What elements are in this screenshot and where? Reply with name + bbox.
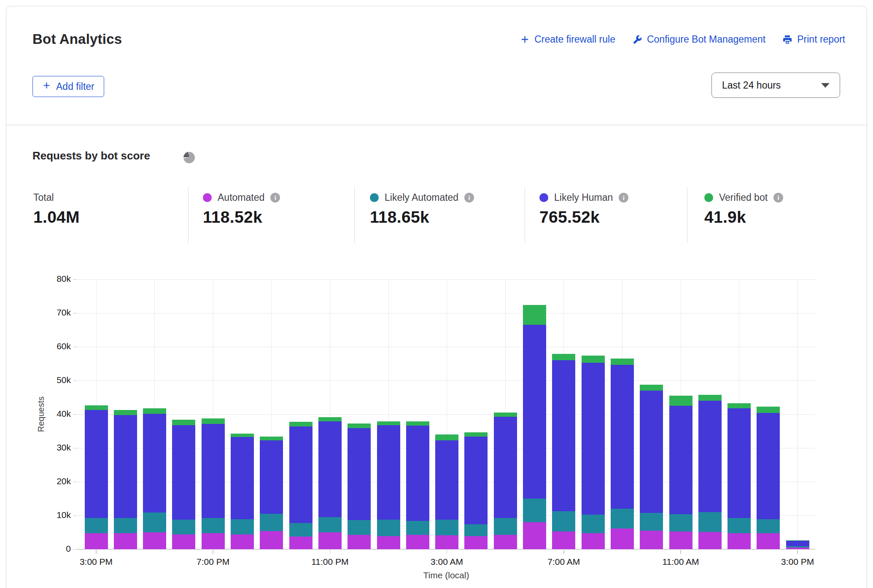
bar-segment-automated bbox=[464, 536, 488, 549]
bar-segment-likely-human bbox=[435, 440, 458, 520]
bar-7-00-am[interactable] bbox=[552, 354, 575, 549]
bar-segment-verified-bot bbox=[85, 405, 108, 410]
bar-segment-automated bbox=[757, 533, 780, 549]
gridline bbox=[77, 279, 815, 280]
bar-5-00-am[interactable] bbox=[494, 413, 517, 549]
bar-segment-verified-bot bbox=[377, 421, 400, 425]
bar-segment-likely-human bbox=[85, 410, 108, 518]
bar-11-00-pm[interactable] bbox=[318, 417, 342, 549]
bar-12-00-am[interactable] bbox=[348, 423, 371, 549]
bar-segment-likely-automated bbox=[85, 518, 108, 533]
bar-segment-verified-bot bbox=[260, 437, 283, 440]
bar-segment-verified-bot bbox=[728, 403, 751, 409]
bar-10-00-pm[interactable] bbox=[289, 422, 313, 549]
bar-segment-verified-bot bbox=[114, 410, 137, 415]
bar-segment-likely-automated bbox=[523, 499, 546, 522]
bar-10-00-am[interactable] bbox=[640, 385, 663, 549]
bar-segment-likely-automated bbox=[377, 520, 400, 536]
bar-8-00-pm[interactable] bbox=[231, 434, 254, 549]
bar-11-00-am[interactable] bbox=[669, 396, 692, 549]
bar-segment-automated bbox=[582, 533, 605, 549]
bar-segment-likely-automated bbox=[143, 512, 166, 532]
bar-segment-automated bbox=[552, 531, 575, 549]
bar-3-00-pm[interactable] bbox=[786, 540, 809, 549]
x-tick bbox=[213, 550, 213, 554]
bar-segment-likely-automated bbox=[202, 518, 225, 533]
bar-segment-likely-human bbox=[669, 406, 692, 514]
bar-2-00-am[interactable] bbox=[406, 421, 429, 549]
y-tick-label: 40k bbox=[37, 409, 71, 419]
x-tick bbox=[797, 550, 798, 554]
bar-5-00-pm[interactable] bbox=[143, 408, 166, 549]
bar-segment-automated bbox=[260, 531, 283, 549]
bar-segment-verified-bot bbox=[289, 422, 313, 426]
bar-4-00-am[interactable] bbox=[464, 432, 488, 549]
bar-segment-likely-human bbox=[114, 415, 137, 518]
bar-segment-automated bbox=[406, 535, 429, 549]
bar-segment-automated bbox=[611, 529, 634, 549]
bar-segment-automated bbox=[786, 548, 809, 549]
bar-12-00-pm[interactable] bbox=[698, 395, 722, 549]
x-tick-label: 3:00 PM bbox=[60, 557, 132, 567]
y-tick-label: 50k bbox=[37, 375, 71, 385]
bar-segment-verified-bot bbox=[669, 396, 692, 406]
bar-9-00-am[interactable] bbox=[611, 359, 634, 549]
bar-segment-likely-automated bbox=[582, 515, 605, 533]
bar-6-00-am[interactable] bbox=[523, 305, 546, 549]
x-tick bbox=[680, 550, 681, 554]
x-tick bbox=[330, 550, 331, 554]
bar-segment-likely-human bbox=[698, 401, 722, 512]
gridline bbox=[77, 380, 815, 381]
bar-3-00-pm[interactable] bbox=[85, 405, 108, 549]
bar-segment-verified-bot bbox=[143, 408, 166, 414]
bar-segment-likely-human bbox=[523, 325, 546, 499]
bar-6-00-pm[interactable] bbox=[172, 420, 195, 549]
bar-segment-automated bbox=[114, 533, 137, 549]
bar-segment-likely-automated bbox=[464, 524, 488, 536]
bot-analytics-page: Bot Analytics Create firewall rule Confi… bbox=[0, 0, 873, 588]
bar-3-00-am[interactable] bbox=[435, 434, 458, 549]
bar-segment-verified-bot bbox=[435, 434, 458, 440]
bar-segment-likely-human bbox=[231, 437, 254, 519]
bar-segment-automated bbox=[728, 533, 751, 549]
bar-segment-likely-human bbox=[494, 417, 517, 518]
bar-segment-automated bbox=[231, 534, 254, 549]
bar-segment-likely-automated bbox=[435, 520, 458, 535]
y-tick-label: 10k bbox=[37, 510, 71, 520]
bar-segment-automated bbox=[318, 532, 342, 549]
requests-by-bot-score-chart: Requests Time (local) 010k20k30k40k50k60… bbox=[0, 0, 873, 588]
x-tick-label: 3:00 PM bbox=[762, 557, 833, 567]
bar-segment-likely-automated bbox=[728, 518, 751, 533]
x-tick bbox=[96, 550, 97, 554]
bar-segment-likely-human bbox=[289, 426, 313, 523]
bar-segment-likely-automated bbox=[698, 512, 722, 532]
bar-segment-automated bbox=[143, 532, 166, 549]
x-axis-title: Time (local) bbox=[423, 570, 469, 580]
bar-1-00-am[interactable] bbox=[377, 421, 400, 549]
bar-segment-likely-human bbox=[348, 428, 371, 520]
bar-segment-automated bbox=[85, 533, 108, 549]
bar-segment-likely-human bbox=[464, 437, 488, 524]
bar-segment-likely-automated bbox=[318, 517, 342, 532]
bar-segment-verified-bot bbox=[582, 356, 605, 363]
bar-7-00-pm[interactable] bbox=[202, 418, 225, 549]
bar-segment-likely-automated bbox=[260, 514, 283, 531]
bar-segment-automated bbox=[377, 536, 400, 549]
y-tick bbox=[73, 549, 77, 550]
y-tick bbox=[73, 313, 77, 314]
bar-segment-verified-bot bbox=[406, 421, 429, 426]
bar-segment-likely-human bbox=[202, 424, 225, 518]
bar-2-00-pm[interactable] bbox=[757, 407, 780, 549]
x-tick-label: 3:00 AM bbox=[411, 557, 483, 567]
bar-1-00-pm[interactable] bbox=[728, 403, 751, 549]
bar-8-00-am[interactable] bbox=[582, 356, 605, 549]
bar-segment-likely-human bbox=[406, 426, 429, 521]
bar-4-00-pm[interactable] bbox=[114, 410, 137, 549]
bar-segment-automated bbox=[494, 535, 517, 549]
bar-segment-verified-bot bbox=[494, 413, 517, 417]
bar-segment-automated bbox=[698, 532, 722, 549]
bar-segment-likely-automated bbox=[552, 511, 575, 531]
bar-segment-automated bbox=[202, 533, 225, 549]
bar-9-00-pm[interactable] bbox=[260, 437, 283, 549]
bar-segment-verified-bot bbox=[318, 417, 342, 421]
